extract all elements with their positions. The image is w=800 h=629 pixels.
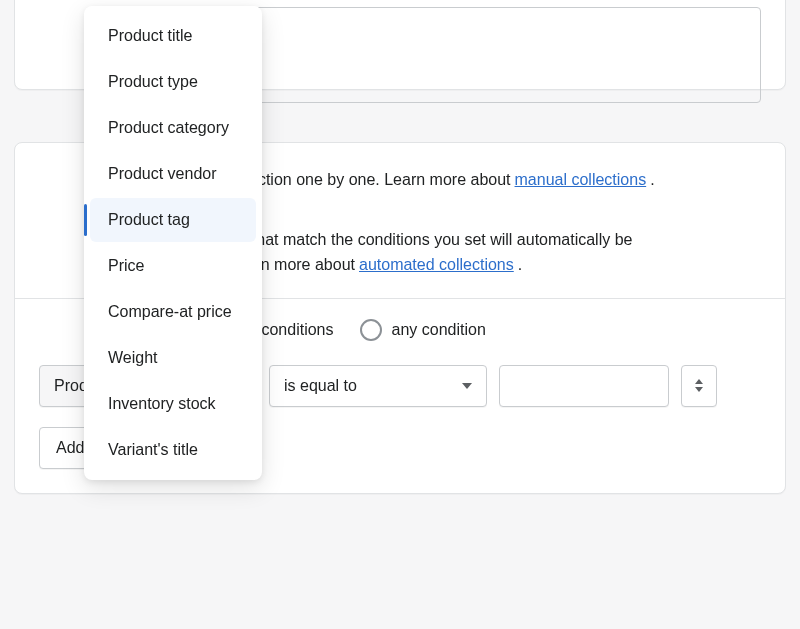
manual-collections-link[interactable]: manual collections: [515, 167, 647, 193]
radio-any-condition[interactable]: any condition: [360, 319, 486, 341]
dropdown-item-product-category[interactable]: Product category: [90, 106, 256, 150]
dropdown-item-price[interactable]: Price: [90, 244, 256, 288]
updown-icon: [695, 379, 703, 392]
condition-operator-label: is equal to: [284, 377, 357, 395]
dropdown-item-weight[interactable]: Weight: [90, 336, 256, 380]
caret-down-icon: [462, 383, 472, 389]
automated-collections-link[interactable]: automated collections: [359, 252, 514, 278]
dropdown-item-product-tag[interactable]: Product tag: [90, 198, 256, 242]
dropdown-item-product-type[interactable]: Product type: [90, 60, 256, 104]
radio-any-label: any condition: [392, 321, 486, 339]
field-dropdown-menu: Product title Product type Product categ…: [84, 6, 262, 480]
radio-icon: [360, 319, 382, 341]
condition-operator-select[interactable]: is equal to: [269, 365, 487, 407]
dropdown-item-product-title[interactable]: Product title: [90, 14, 256, 58]
dropdown-item-inventory-stock[interactable]: Inventory stock: [90, 382, 256, 426]
condition-value-input[interactable]: [499, 365, 669, 407]
dropdown-item-product-vendor[interactable]: Product vendor: [90, 152, 256, 196]
condition-sort-button[interactable]: [681, 365, 717, 407]
dropdown-item-variants-title[interactable]: Variant's title: [90, 428, 256, 472]
dropdown-item-compare-at-price[interactable]: Compare-at price: [90, 290, 256, 334]
